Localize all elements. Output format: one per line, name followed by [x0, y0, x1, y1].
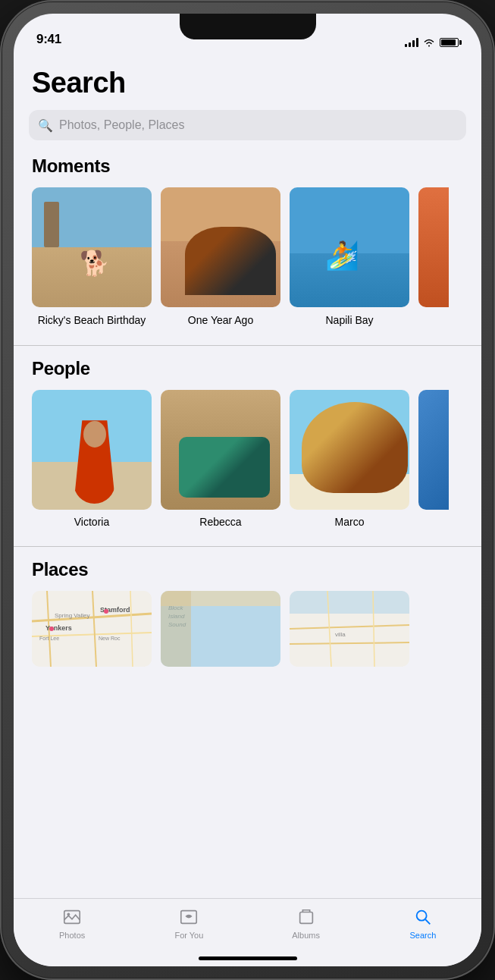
search-placeholder: Photos, People, Places [59, 118, 184, 132]
moment-item[interactable]: Napili Bay [290, 187, 409, 327]
moment-label: One Year Ago [188, 313, 253, 327]
person-thumb-victoria [32, 390, 152, 510]
tab-search-label: Search [409, 931, 436, 940]
moment-label: Ricky's Beach Birthday [38, 313, 146, 327]
places-scroll[interactable]: Spring Valley Stamford Yonkers Fort Lee … [14, 591, 481, 682]
signal-icon [405, 38, 418, 47]
content-scroll[interactable]: Search 🔍 Photos, People, Places Moments [14, 52, 481, 898]
svg-text:villa: villa [335, 631, 346, 638]
tab-albums[interactable]: Albums [276, 906, 337, 940]
svg-rect-20 [290, 591, 409, 614]
search-icon: 🔍 [38, 118, 53, 133]
moment-thumb-couple [161, 187, 280, 307]
moment-thumb-beach-dog [32, 187, 152, 307]
people-section-title: People [14, 358, 481, 390]
person-thumb-partial [418, 390, 449, 510]
tab-photos-label: Photos [59, 931, 85, 940]
person-item-rebecca[interactable]: Rebecca [161, 390, 280, 528]
tab-for-you[interactable]: For You [158, 906, 219, 940]
status-time: 9:41 [36, 32, 61, 47]
tab-search[interactable]: Search [393, 906, 453, 940]
moments-section-title: Moments [14, 155, 481, 187]
search-tab-icon [412, 906, 434, 928]
for-you-icon [178, 906, 199, 928]
home-indicator [199, 956, 297, 960]
moment-thumb-jumping [290, 187, 409, 307]
places-section: Places [14, 559, 481, 682]
search-bar[interactable]: 🔍 Photos, People, Places [29, 110, 466, 140]
screen: 9:41 [14, 14, 481, 966]
place-thumb-2: Block Island Sound [161, 591, 280, 667]
svg-rect-18 [161, 591, 191, 667]
place-item-3[interactable]: villa [290, 591, 409, 667]
people-section: People Victoria [14, 358, 481, 543]
svg-point-11 [104, 609, 108, 614]
person-item-partial[interactable] [418, 390, 449, 528]
svg-point-27 [67, 912, 70, 916]
person-thumb-rebecca [161, 390, 280, 510]
place-item-1[interactable]: Spring Valley Stamford Yonkers Fort Lee … [32, 591, 152, 667]
place-thumb-1: Spring Valley Stamford Yonkers Fort Lee … [32, 591, 152, 667]
wifi-icon [423, 38, 435, 47]
page-title: Search [14, 59, 481, 110]
moment-thumb-partial [418, 187, 449, 307]
photos-icon [61, 906, 83, 928]
battery-icon [440, 38, 459, 47]
moments-scroll[interactable]: Ricky's Beach Birthday One Year Ago [14, 187, 481, 342]
person-thumb-marco [290, 390, 409, 510]
svg-text:New Roc: New Roc [99, 636, 121, 641]
moment-item[interactable]: One Year Ago [161, 187, 280, 327]
person-label: Rebecca [199, 516, 241, 528]
person-label: Marco [335, 516, 365, 528]
phone-frame: 9:41 [0, 0, 495, 980]
place-item-2[interactable]: Block Island Sound [161, 591, 280, 667]
tab-albums-label: Albums [292, 931, 320, 940]
moment-label: Napili Bay [325, 313, 373, 327]
svg-point-12 [49, 627, 54, 631]
svg-rect-29 [299, 912, 312, 924]
phone-wrapper: 9:41 [0, 0, 495, 980]
svg-point-30 [417, 911, 427, 921]
notch [180, 14, 316, 39]
svg-line-31 [425, 919, 430, 924]
tab-for-you-label: For You [174, 931, 203, 940]
people-divider [14, 546, 481, 547]
moment-item-partial[interactable] [418, 187, 449, 327]
status-icons [405, 38, 459, 47]
moments-divider [14, 345, 481, 346]
moment-item[interactable]: Ricky's Beach Birthday [32, 187, 152, 327]
place-thumb-3: villa [290, 591, 409, 667]
person-item-victoria[interactable]: Victoria [32, 390, 152, 528]
tab-photos[interactable]: Photos [42, 906, 102, 940]
person-label: Victoria [74, 516, 109, 528]
svg-text:Spring Valley: Spring Valley [55, 612, 90, 619]
people-scroll[interactable]: Victoria Rebecca [14, 390, 481, 543]
moments-section: Moments Ricky's Beach Birthday [14, 155, 481, 342]
person-item-marco[interactable]: Marco [290, 390, 409, 528]
tab-bar: Photos For You [14, 898, 481, 966]
places-section-title: Places [14, 559, 481, 591]
svg-text:Fort Lee: Fort Lee [39, 636, 59, 641]
albums-icon [296, 906, 317, 928]
